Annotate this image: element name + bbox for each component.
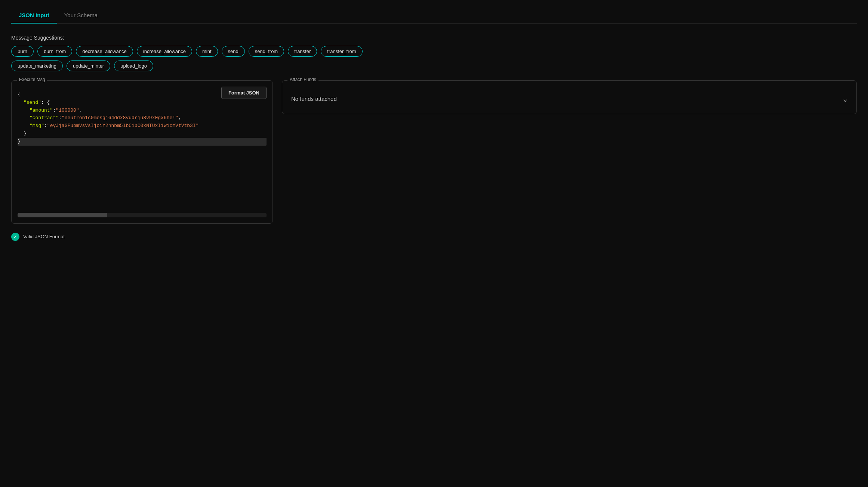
no-funds-text: No funds attached — [291, 96, 337, 102]
tab-json-input[interactable]: JSON Input — [11, 7, 57, 24]
code-key-contract: "contract" — [30, 114, 59, 122]
format-json-button[interactable]: Format JSON — [221, 87, 267, 99]
footer-status: Valid JSON Format — [11, 230, 857, 241]
chip-update_minter[interactable]: update_minter — [67, 61, 110, 71]
code-close-outer: } — [18, 138, 21, 146]
code-key-msg: "msg" — [30, 122, 44, 130]
code-line-msg: "msg" : "eyJjaGFubmVsVsIjoiY2hhbm5lbC1bC… — [18, 122, 267, 130]
code-line-amount: "amount" : "100000" , — [18, 107, 267, 115]
main-content: Execute Msg Format JSON { "send" : { "am… — [11, 80, 857, 224]
message-suggestions-label: Message Suggestions: — [11, 35, 857, 41]
chip-transfer[interactable]: transfer — [288, 46, 317, 57]
suggestions-row-1: burn burn_from decrease_allowance increa… — [11, 46, 857, 57]
code-key-send: "send" — [24, 99, 41, 107]
chip-update_marketing[interactable]: update_marketing — [11, 61, 63, 71]
code-val-msg: "eyJjaGFubmVsVsIjoiY2hhbm5lbC1bC0xNTUxIi… — [47, 122, 199, 130]
suggestions-row-2: update_marketing update_minter upload_lo… — [11, 61, 857, 71]
execute-msg-panel: Execute Msg Format JSON { "send" : { "am… — [11, 80, 273, 224]
code-close-inner: } — [24, 130, 27, 138]
code-key-amount: "amount" — [30, 107, 53, 115]
code-line-close-inner: } — [18, 130, 267, 138]
code-line-close-outer: } — [18, 138, 267, 146]
code-editor[interactable]: { "send" : { "amount" : "100000" , "cont… — [18, 91, 267, 146]
chip-upload_logo[interactable]: upload_logo — [114, 61, 153, 71]
code-colon-amount: : — [53, 107, 56, 115]
execute-msg-label: Execute Msg — [17, 77, 47, 82]
chip-send_from[interactable]: send_from — [249, 46, 284, 57]
tab-your-schema[interactable]: Your Schema — [57, 7, 105, 24]
chip-burn_from[interactable]: burn_from — [37, 46, 72, 57]
code-colon-send: : { — [41, 99, 50, 107]
valid-json-check-icon — [11, 233, 19, 241]
code-val-amount: "100000" — [56, 107, 79, 115]
tabs-bar: JSON Input Your Schema — [11, 7, 857, 24]
attach-funds-panel: Attach Funds No funds attached ⌄ — [282, 80, 857, 114]
scrollbar-thumb[interactable] — [18, 213, 107, 217]
attach-funds-label: Attach Funds — [287, 77, 318, 82]
code-line-send-key: "send" : { — [18, 99, 267, 107]
chevron-down-icon: ⌄ — [843, 94, 847, 103]
funds-dropdown[interactable]: No funds attached ⌄ — [288, 90, 850, 108]
chip-send[interactable]: send — [222, 46, 245, 57]
chip-transfer_from[interactable]: transfer_from — [321, 46, 362, 57]
code-val-contract: "neutron1c0mesgj64ddx8vudrju8v9x0gx6he!" — [62, 114, 178, 122]
app-container: JSON Input Your Schema Message Suggestio… — [0, 0, 868, 252]
code-open-brace: { — [18, 91, 21, 99]
chip-decrease_allowance[interactable]: decrease_allowance — [76, 46, 133, 57]
valid-json-status-text: Valid JSON Format — [23, 234, 65, 239]
chip-increase_allowance[interactable]: increase_allowance — [137, 46, 192, 57]
chip-burn[interactable]: burn — [11, 46, 34, 57]
chip-mint[interactable]: mint — [196, 46, 218, 57]
code-line-contract: "contract" : "neutron1c0mesgj64ddx8vudrj… — [18, 114, 267, 122]
horizontal-scrollbar[interactable] — [18, 213, 267, 217]
